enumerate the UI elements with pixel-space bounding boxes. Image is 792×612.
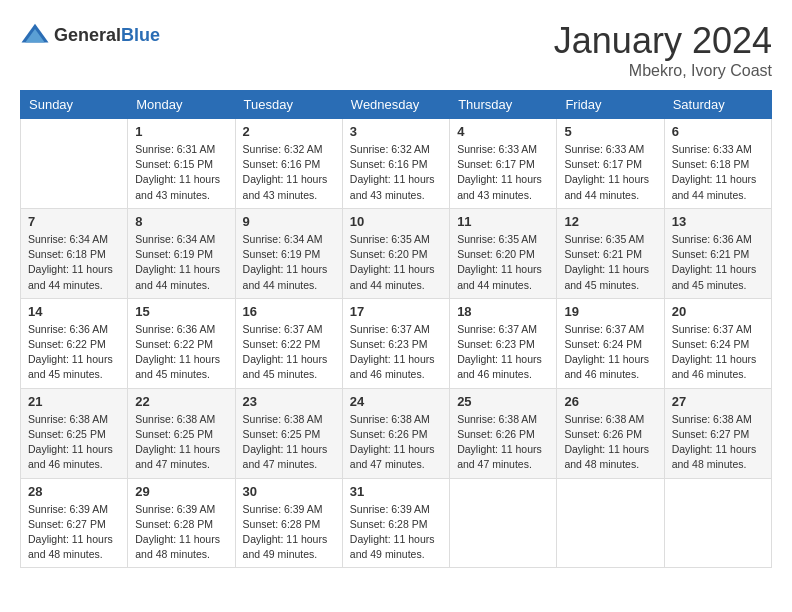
- day-info: Sunrise: 6:38 AMSunset: 6:25 PMDaylight:…: [28, 412, 120, 473]
- calendar-cell: 30Sunrise: 6:39 AMSunset: 6:28 PMDayligh…: [235, 478, 342, 568]
- calendar-cell: 2Sunrise: 6:32 AMSunset: 6:16 PMDaylight…: [235, 119, 342, 209]
- day-info: Sunrise: 6:34 AMSunset: 6:19 PMDaylight:…: [135, 232, 227, 293]
- day-number: 6: [672, 124, 764, 139]
- calendar-cell: 13Sunrise: 6:36 AMSunset: 6:21 PMDayligh…: [664, 208, 771, 298]
- weekday-header: Friday: [557, 91, 664, 119]
- day-number: 27: [672, 394, 764, 409]
- calendar-week-row: 1Sunrise: 6:31 AMSunset: 6:15 PMDaylight…: [21, 119, 772, 209]
- day-number: 13: [672, 214, 764, 229]
- day-info: Sunrise: 6:35 AMSunset: 6:20 PMDaylight:…: [350, 232, 442, 293]
- day-number: 28: [28, 484, 120, 499]
- day-info: Sunrise: 6:39 AMSunset: 6:28 PMDaylight:…: [243, 502, 335, 563]
- day-number: 19: [564, 304, 656, 319]
- calendar-title: January 2024: [554, 20, 772, 62]
- day-info: Sunrise: 6:36 AMSunset: 6:22 PMDaylight:…: [135, 322, 227, 383]
- calendar-cell: 17Sunrise: 6:37 AMSunset: 6:23 PMDayligh…: [342, 298, 449, 388]
- day-number: 4: [457, 124, 549, 139]
- weekday-header: Wednesday: [342, 91, 449, 119]
- weekday-header: Monday: [128, 91, 235, 119]
- logo: GeneralBlue: [20, 20, 160, 50]
- day-info: Sunrise: 6:37 AMSunset: 6:24 PMDaylight:…: [672, 322, 764, 383]
- calendar-cell: 26Sunrise: 6:38 AMSunset: 6:26 PMDayligh…: [557, 388, 664, 478]
- day-number: 11: [457, 214, 549, 229]
- calendar-cell: 3Sunrise: 6:32 AMSunset: 6:16 PMDaylight…: [342, 119, 449, 209]
- day-info: Sunrise: 6:35 AMSunset: 6:20 PMDaylight:…: [457, 232, 549, 293]
- title-block: January 2024 Mbekro, Ivory Coast: [554, 20, 772, 80]
- calendar-week-row: 14Sunrise: 6:36 AMSunset: 6:22 PMDayligh…: [21, 298, 772, 388]
- day-number: 3: [350, 124, 442, 139]
- day-info: Sunrise: 6:34 AMSunset: 6:19 PMDaylight:…: [243, 232, 335, 293]
- day-number: 5: [564, 124, 656, 139]
- day-number: 24: [350, 394, 442, 409]
- day-info: Sunrise: 6:33 AMSunset: 6:18 PMDaylight:…: [672, 142, 764, 203]
- calendar-cell: 10Sunrise: 6:35 AMSunset: 6:20 PMDayligh…: [342, 208, 449, 298]
- weekday-header: Tuesday: [235, 91, 342, 119]
- day-number: 30: [243, 484, 335, 499]
- day-info: Sunrise: 6:39 AMSunset: 6:28 PMDaylight:…: [135, 502, 227, 563]
- day-number: 2: [243, 124, 335, 139]
- day-number: 23: [243, 394, 335, 409]
- day-info: Sunrise: 6:37 AMSunset: 6:22 PMDaylight:…: [243, 322, 335, 383]
- calendar-cell: [21, 119, 128, 209]
- day-info: Sunrise: 6:31 AMSunset: 6:15 PMDaylight:…: [135, 142, 227, 203]
- day-number: 7: [28, 214, 120, 229]
- weekday-header: Thursday: [450, 91, 557, 119]
- calendar-cell: 16Sunrise: 6:37 AMSunset: 6:22 PMDayligh…: [235, 298, 342, 388]
- calendar-cell: 4Sunrise: 6:33 AMSunset: 6:17 PMDaylight…: [450, 119, 557, 209]
- day-info: Sunrise: 6:38 AMSunset: 6:26 PMDaylight:…: [564, 412, 656, 473]
- calendar-cell: 18Sunrise: 6:37 AMSunset: 6:23 PMDayligh…: [450, 298, 557, 388]
- day-number: 31: [350, 484, 442, 499]
- calendar-cell: 27Sunrise: 6:38 AMSunset: 6:27 PMDayligh…: [664, 388, 771, 478]
- calendar-cell: 7Sunrise: 6:34 AMSunset: 6:18 PMDaylight…: [21, 208, 128, 298]
- day-number: 29: [135, 484, 227, 499]
- calendar-cell: 1Sunrise: 6:31 AMSunset: 6:15 PMDaylight…: [128, 119, 235, 209]
- day-number: 1: [135, 124, 227, 139]
- day-info: Sunrise: 6:32 AMSunset: 6:16 PMDaylight:…: [350, 142, 442, 203]
- day-number: 12: [564, 214, 656, 229]
- day-info: Sunrise: 6:37 AMSunset: 6:23 PMDaylight:…: [457, 322, 549, 383]
- day-number: 21: [28, 394, 120, 409]
- calendar-cell: 9Sunrise: 6:34 AMSunset: 6:19 PMDaylight…: [235, 208, 342, 298]
- day-info: Sunrise: 6:39 AMSunset: 6:27 PMDaylight:…: [28, 502, 120, 563]
- day-info: Sunrise: 6:36 AMSunset: 6:22 PMDaylight:…: [28, 322, 120, 383]
- day-number: 9: [243, 214, 335, 229]
- day-info: Sunrise: 6:33 AMSunset: 6:17 PMDaylight:…: [457, 142, 549, 203]
- day-info: Sunrise: 6:34 AMSunset: 6:18 PMDaylight:…: [28, 232, 120, 293]
- calendar-week-row: 7Sunrise: 6:34 AMSunset: 6:18 PMDaylight…: [21, 208, 772, 298]
- calendar-cell: 22Sunrise: 6:38 AMSunset: 6:25 PMDayligh…: [128, 388, 235, 478]
- calendar-cell: 14Sunrise: 6:36 AMSunset: 6:22 PMDayligh…: [21, 298, 128, 388]
- day-info: Sunrise: 6:38 AMSunset: 6:26 PMDaylight:…: [350, 412, 442, 473]
- logo-text-general: General: [54, 25, 121, 45]
- weekday-header: Saturday: [664, 91, 771, 119]
- calendar-cell: 23Sunrise: 6:38 AMSunset: 6:25 PMDayligh…: [235, 388, 342, 478]
- day-info: Sunrise: 6:36 AMSunset: 6:21 PMDaylight:…: [672, 232, 764, 293]
- calendar-cell: 12Sunrise: 6:35 AMSunset: 6:21 PMDayligh…: [557, 208, 664, 298]
- calendar-cell: 8Sunrise: 6:34 AMSunset: 6:19 PMDaylight…: [128, 208, 235, 298]
- day-number: 20: [672, 304, 764, 319]
- day-number: 15: [135, 304, 227, 319]
- calendar-cell: [557, 478, 664, 568]
- calendar-cell: 5Sunrise: 6:33 AMSunset: 6:17 PMDaylight…: [557, 119, 664, 209]
- calendar-cell: 19Sunrise: 6:37 AMSunset: 6:24 PMDayligh…: [557, 298, 664, 388]
- day-number: 22: [135, 394, 227, 409]
- day-info: Sunrise: 6:32 AMSunset: 6:16 PMDaylight:…: [243, 142, 335, 203]
- calendar-cell: 24Sunrise: 6:38 AMSunset: 6:26 PMDayligh…: [342, 388, 449, 478]
- calendar-cell: 28Sunrise: 6:39 AMSunset: 6:27 PMDayligh…: [21, 478, 128, 568]
- calendar-table: SundayMondayTuesdayWednesdayThursdayFrid…: [20, 90, 772, 568]
- calendar-header-row: SundayMondayTuesdayWednesdayThursdayFrid…: [21, 91, 772, 119]
- day-number: 17: [350, 304, 442, 319]
- calendar-cell: [664, 478, 771, 568]
- calendar-cell: 11Sunrise: 6:35 AMSunset: 6:20 PMDayligh…: [450, 208, 557, 298]
- calendar-cell: 15Sunrise: 6:36 AMSunset: 6:22 PMDayligh…: [128, 298, 235, 388]
- calendar-cell: 29Sunrise: 6:39 AMSunset: 6:28 PMDayligh…: [128, 478, 235, 568]
- page-header: GeneralBlue January 2024 Mbekro, Ivory C…: [20, 20, 772, 80]
- calendar-cell: 6Sunrise: 6:33 AMSunset: 6:18 PMDaylight…: [664, 119, 771, 209]
- day-number: 14: [28, 304, 120, 319]
- calendar-week-row: 21Sunrise: 6:38 AMSunset: 6:25 PMDayligh…: [21, 388, 772, 478]
- day-info: Sunrise: 6:38 AMSunset: 6:25 PMDaylight:…: [243, 412, 335, 473]
- day-info: Sunrise: 6:38 AMSunset: 6:26 PMDaylight:…: [457, 412, 549, 473]
- day-info: Sunrise: 6:37 AMSunset: 6:23 PMDaylight:…: [350, 322, 442, 383]
- day-number: 26: [564, 394, 656, 409]
- day-number: 25: [457, 394, 549, 409]
- calendar-cell: 21Sunrise: 6:38 AMSunset: 6:25 PMDayligh…: [21, 388, 128, 478]
